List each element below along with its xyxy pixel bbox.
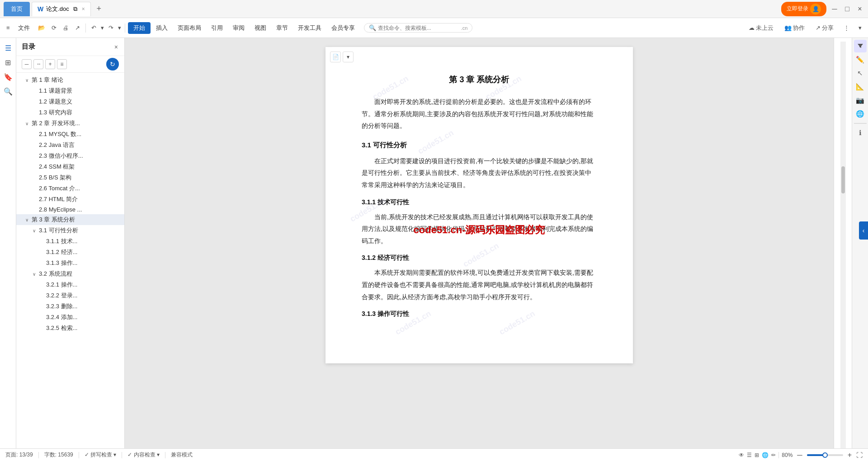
tab-restore[interactable]: ⧉: [72, 5, 79, 13]
toc-item-ch3-1-2[interactable]: 3.1.2 经济...: [16, 247, 124, 258]
toc-item-ch3-2-2[interactable]: 3.2.2 登录...: [16, 290, 124, 301]
zoom-slider-thumb[interactable]: [822, 452, 828, 458]
zoom-plus-btn[interactable]: +: [846, 451, 854, 459]
menu-devtools[interactable]: 开发工具: [293, 22, 326, 34]
tab-home[interactable]: 首页: [4, 2, 30, 16]
toc-item-ch3-1-1[interactable]: 3.1.1 技术...: [16, 236, 124, 247]
ctrl-collapse[interactable]: ╌: [33, 59, 43, 69]
toc-item-ch3-2-4[interactable]: 3.2.4 添加...: [16, 312, 124, 323]
toc-item-ch1-3[interactable]: 1.3 研究内容: [16, 107, 124, 118]
share-label: 分享: [822, 24, 834, 32]
doc-area[interactable]: 📄 ▾ code51.cn code51.cn code51.cn code51…: [125, 38, 834, 461]
maximize-button[interactable]: □: [843, 5, 852, 14]
content-check-btn[interactable]: ✓ 内容检查 ▾: [127, 451, 160, 459]
more-btn[interactable]: ⋮: [841, 23, 852, 33]
toc-item-ch3-2[interactable]: ∨ 3.2 系统流程: [16, 268, 124, 279]
history-btn[interactable]: ⟳: [49, 23, 59, 33]
menu-vip[interactable]: 会员专享: [327, 22, 359, 34]
tab-close[interactable]: ×: [82, 6, 85, 12]
toc-item-ch2-6[interactable]: 2.6 Tomcat 介...: [16, 183, 124, 194]
view-icon1[interactable]: 👁: [739, 452, 744, 458]
toc-item-ch2-2[interactable]: 2.2 Java 语言: [16, 140, 124, 151]
cursor-icon-btn[interactable]: ↖: [854, 67, 867, 80]
open-btn[interactable]: 📂: [35, 23, 48, 33]
side-bubble[interactable]: ‹: [859, 221, 868, 240]
collab-btn[interactable]: 👥 协作: [781, 22, 808, 34]
zoom-minus-btn[interactable]: ─: [795, 451, 804, 459]
toc-item-ch2-3[interactable]: 2.3 微信小程序...: [16, 151, 124, 161]
toc-item-ch2-7[interactable]: 2.7 HTML 简介: [16, 194, 124, 205]
undo-btn[interactable]: ↶: [89, 23, 99, 33]
filter-icon-btn[interactable]: [854, 40, 867, 52]
share-btn[interactable]: ↗ 分享: [812, 22, 837, 34]
ruler-icon-btn[interactable]: 📐: [854, 80, 867, 93]
doc-tool-dropdown[interactable]: ▾: [343, 52, 354, 62]
menu-ref[interactable]: 引用: [207, 22, 227, 34]
ctrl-expand[interactable]: +: [45, 59, 55, 69]
redo-btn[interactable]: ↷: [106, 23, 116, 33]
redo-dropdown[interactable]: ▾: [117, 23, 122, 33]
close-button[interactable]: ×: [855, 5, 864, 14]
view-icon2[interactable]: ☰: [747, 452, 752, 458]
zoom-percent-label: 80%: [782, 452, 793, 458]
login-label: 立即登录: [787, 5, 808, 13]
undo-dropdown[interactable]: ▾: [100, 23, 105, 33]
toc-icon[interactable]: ☰: [2, 42, 14, 54]
menu-start[interactable]: 开始: [128, 22, 151, 34]
fullscreen-btn[interactable]: ⛶: [856, 452, 863, 459]
minimize-button[interactable]: ─: [830, 5, 839, 14]
print-btn[interactable]: 🖨: [60, 23, 71, 33]
bookmark-icon[interactable]: 🔖: [2, 71, 14, 83]
menu-icon-btn[interactable]: ≡: [4, 23, 13, 33]
cloud-status[interactable]: ☁ 未上云: [745, 22, 777, 34]
menu-insert[interactable]: 插入: [151, 22, 172, 34]
toc-label-ch1-2: 1.2 课题意义: [39, 98, 121, 106]
toc-item-ch1-2[interactable]: 1.2 课题意义: [16, 96, 124, 107]
vertical-scrollbar[interactable]: [840, 42, 846, 457]
toc-item-ch3-2-5[interactable]: 3.2.5 检索...: [16, 323, 124, 334]
toc-refresh-btn[interactable]: ↻: [106, 58, 119, 71]
toc-item-ch1[interactable]: ∨ 第 1 章 绪论: [16, 75, 124, 85]
sidebar-close-btn[interactable]: ×: [113, 42, 119, 52]
toc-item-ch2-1[interactable]: 2.1 MYSQL 数...: [16, 129, 124, 140]
toc-item-ch3-1[interactable]: ∨ 3.1 可行性分析: [16, 225, 124, 236]
doc-tool-file[interactable]: 📄: [330, 52, 341, 62]
menu-layout[interactable]: 页面布局: [173, 22, 206, 34]
toc-label-ch3: 第 3 章 系统分析: [32, 216, 121, 224]
pencil-icon-btn[interactable]: ✏️: [854, 53, 867, 66]
globe-icon-btn[interactable]: 🌐: [854, 108, 867, 120]
toc-item-ch3-2-3[interactable]: 3.2.3 删除...: [16, 301, 124, 312]
view-icon3[interactable]: ⊞: [755, 452, 759, 458]
menu-chapter[interactable]: 章节: [272, 22, 292, 34]
toc-item-ch2-8[interactable]: 2.8 MyEclipse ...: [16, 205, 124, 214]
export-btn[interactable]: ↗: [72, 23, 83, 33]
toc-item-ch3-1-3[interactable]: 3.1.3 操作...: [16, 258, 124, 268]
login-button[interactable]: 立即登录 👤: [781, 2, 826, 16]
expand-btn[interactable]: ▾: [856, 23, 864, 33]
info-icon-btn[interactable]: ℹ: [854, 127, 867, 139]
toc-item-ch1-1[interactable]: 1.1 课题背景: [16, 85, 124, 96]
tab-add[interactable]: +: [93, 3, 105, 15]
econ-para: 本系统开发期间需要配置的软件环境,可以免费通过开发类官网下载安装,需要配置的硬件…: [362, 267, 597, 303]
find-icon[interactable]: 🔍: [2, 85, 14, 98]
search-input[interactable]: [378, 25, 459, 31]
toc-item-ch2[interactable]: ∨ 第 2 章 开发环境...: [16, 118, 124, 129]
edit-icon[interactable]: ✏: [771, 452, 776, 458]
ctrl-collapse-all[interactable]: ─: [22, 59, 32, 69]
scrollbar-thumb[interactable]: [841, 166, 845, 193]
camera-icon-btn[interactable]: 📷: [854, 94, 867, 107]
outline-icon[interactable]: ⊞: [2, 56, 14, 69]
view-icon4[interactable]: 🌐: [762, 452, 769, 458]
ctrl-expand-all[interactable]: ≡: [57, 59, 67, 69]
toc-label-ch2-8: 2.8 MyEclipse ...: [39, 206, 121, 213]
toc-item-ch3-2-1[interactable]: 3.2.1 操作...: [16, 279, 124, 290]
toc-item-ch3[interactable]: ∨ 第 3 章 系统分析: [16, 214, 124, 225]
menu-view[interactable]: 视图: [250, 22, 271, 34]
menu-file[interactable]: 文件: [14, 22, 34, 34]
tab-doc[interactable]: W 论文.doc ⧉ ×: [32, 2, 91, 16]
toc-item-ch2-4[interactable]: 2.4 SSM 框架: [16, 161, 124, 172]
zoom-slider[interactable]: [807, 454, 843, 456]
menu-review[interactable]: 审阅: [228, 22, 249, 34]
toc-item-ch2-5[interactable]: 2.5 B/S 架构: [16, 172, 124, 183]
spell-check-btn[interactable]: ✓ 拼写检查 ▾: [85, 451, 117, 459]
